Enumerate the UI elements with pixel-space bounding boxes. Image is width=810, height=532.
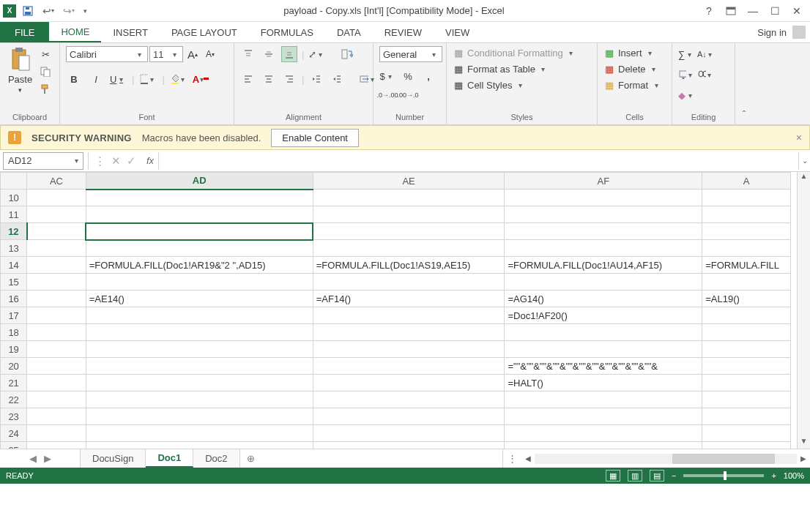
cell[interactable] [86,425,313,442]
cell[interactable] [27,324,86,341]
zoom-in-icon[interactable]: + [771,471,776,480]
row-header[interactable]: 19 [1,341,27,358]
align-bottom-icon[interactable] [281,46,297,62]
cell[interactable] [27,442,86,449]
help-icon[interactable]: ? [699,2,719,20]
cell[interactable]: =FORMULA.FILL(Doc1!AS19,AE15) [313,257,505,274]
grow-font-icon[interactable]: A▴ [185,46,201,62]
row-header[interactable]: 20 [1,358,27,375]
cell[interactable] [86,274,313,291]
cell[interactable] [313,341,505,358]
cell[interactable] [702,206,791,223]
row-header[interactable]: 14 [1,257,27,274]
align-right-icon[interactable] [281,71,297,87]
sheet-tab-docusign[interactable]: DocuSign [81,449,146,468]
cut-icon[interactable]: ✂ [37,46,53,62]
minimize-icon[interactable]: — [743,2,763,20]
name-box[interactable]: AD12▾ [3,152,83,170]
cell[interactable] [505,274,702,291]
align-left-icon[interactable] [240,71,256,87]
decrease-indent-icon[interactable] [308,71,324,87]
clear-icon[interactable]: ◆▾ [678,87,694,103]
row-header[interactable]: 16 [1,291,27,307]
avatar-icon[interactable] [792,26,806,39]
conditional-formatting-button[interactable]: ▦Conditional Formatting▾ [453,46,576,59]
cell[interactable] [86,324,313,341]
col-header-af[interactable]: AF [505,173,702,190]
cell[interactable] [27,257,86,274]
autosum-icon[interactable]: ∑▾ [678,46,694,62]
cell[interactable] [702,358,791,375]
zoom-slider[interactable] [683,474,764,477]
cell[interactable] [505,190,702,206]
redo-icon[interactable]: ↪▾ [60,2,78,20]
maximize-icon[interactable]: ☐ [765,2,785,20]
cell[interactable] [27,391,86,408]
cell[interactable] [505,324,702,341]
tab-page-layout[interactable]: PAGE LAYOUT [160,22,249,42]
paste-button[interactable]: Paste ▾ [6,46,34,94]
cell[interactable] [313,190,505,206]
formula-input[interactable] [158,152,798,170]
cell[interactable] [86,391,313,408]
row-header[interactable]: 11 [1,206,27,223]
sheet-tab-doc2[interactable]: Doc2 [193,449,239,468]
cell[interactable] [313,375,505,391]
orientation-icon[interactable]: ⤢▾ [308,46,324,62]
cell[interactable] [86,206,313,223]
sort-filter-icon[interactable]: A↓▾ [697,46,713,62]
sheet-tab-doc1[interactable]: Doc1 [146,449,193,468]
format-cells-button[interactable]: ▦Format▾ [603,78,661,91]
qat-customize-icon[interactable]: ▾ [81,2,89,20]
column-headers[interactable]: AC AD AE AF A [1,173,791,190]
cell[interactable] [27,274,86,291]
row-header[interactable]: 10 [1,190,27,206]
cell[interactable] [702,190,791,206]
shrink-font-icon[interactable]: A▾ [202,46,218,62]
cell[interactable] [27,206,86,223]
font-color-icon[interactable]: A▾ [193,71,209,87]
tab-view[interactable]: VIEW [434,22,481,42]
cell[interactable]: =FORMULA.FILL [702,257,791,274]
cell[interactable] [313,425,505,442]
cell[interactable] [505,425,702,442]
decrease-decimal-icon[interactable]: .00→.0 [400,87,416,103]
sheet-nav-prev-icon[interactable]: ◀ [29,453,37,464]
expand-formula-bar-icon[interactable]: ⌄ [798,152,810,170]
ribbon-options-icon[interactable] [721,2,741,20]
cell[interactable] [86,375,313,391]
col-header-ad[interactable]: AD [86,173,313,190]
row-header[interactable]: 23 [1,408,27,425]
cell[interactable] [313,442,505,449]
normal-view-icon[interactable]: ▦ [606,470,620,482]
save-icon[interactable] [19,2,37,20]
cell[interactable] [702,240,791,257]
tab-file[interactable]: FILE [0,22,49,42]
cell[interactable] [86,341,313,358]
cell[interactable] [702,425,791,442]
cell[interactable]: =FORMULA.FILL(Doc1!AU14,AF15) [505,257,702,274]
cell[interactable] [702,391,791,408]
add-sheet-icon[interactable]: ⊕ [240,449,262,468]
cell[interactable] [86,190,313,206]
cell[interactable] [313,240,505,257]
col-header-ae[interactable]: AE [313,173,505,190]
cell[interactable]: =AE14() [86,291,313,307]
cell[interactable] [27,358,86,375]
number-format-combo[interactable]: General▾ [379,46,442,62]
tab-review[interactable]: REVIEW [373,22,434,42]
cell[interactable] [702,324,791,341]
row-header[interactable]: 25 [1,442,27,449]
sheet-nav-next-icon[interactable]: ▶ [44,453,51,464]
cell[interactable] [702,375,791,391]
cell[interactable] [313,391,505,408]
insert-function-icon[interactable]: fx [142,155,158,166]
cell[interactable] [505,391,702,408]
fill-icon[interactable]: ▾ [678,67,694,83]
border-icon[interactable]: ▾ [140,71,156,87]
cell[interactable] [702,408,791,425]
vertical-scrollbar[interactable]: ▲▼ [797,172,810,449]
increase-decimal-icon[interactable]: .0→.00 [379,87,395,103]
font-name-combo[interactable]: Calibri▾ [66,46,148,62]
row-header[interactable]: 17 [1,307,27,324]
